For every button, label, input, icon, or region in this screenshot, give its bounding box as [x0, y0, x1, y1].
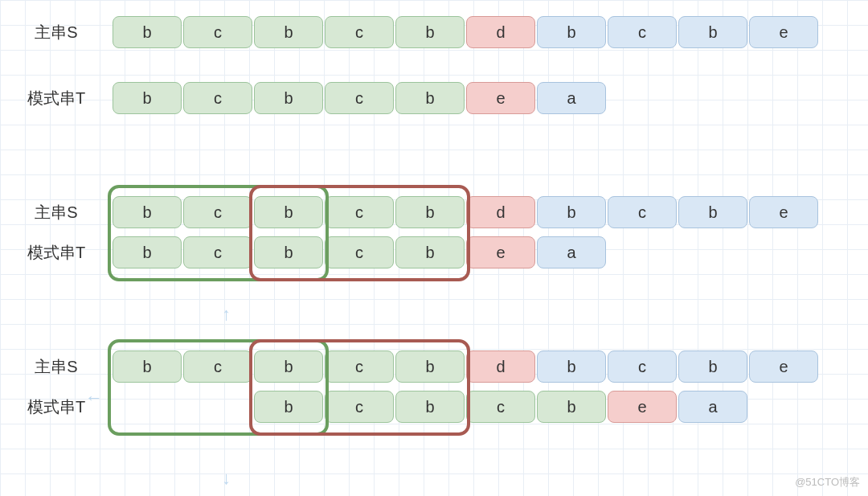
cell: c — [325, 16, 394, 48]
cell: e — [466, 82, 535, 114]
cell: b — [113, 350, 182, 383]
cell: c — [325, 82, 394, 114]
cell: b — [395, 391, 465, 423]
cell: c — [325, 350, 394, 383]
arrow-down-icon: ↓ — [222, 468, 231, 489]
cell: b — [537, 196, 606, 228]
cell: b — [254, 82, 323, 114]
cell: c — [466, 391, 535, 423]
row-s3: 主串S bcbcbdbcbe — [0, 350, 868, 383]
cell: b — [678, 350, 747, 383]
cell: b — [254, 350, 323, 383]
row-s1: 主串S bcbcbdbcbe — [0, 16, 868, 48]
cell: b — [395, 196, 465, 228]
cell: b — [254, 391, 323, 423]
cells-t2: bcbcbea — [113, 236, 606, 268]
cells-t1: bcbcbea — [113, 82, 606, 114]
cell: b — [254, 16, 323, 48]
cell: e — [749, 196, 818, 228]
cells-s1: bcbcbdbcbe — [113, 16, 818, 48]
watermark: @51CTO博客 — [795, 475, 860, 490]
row-t1: 模式串T bcbcbea — [0, 82, 868, 114]
row-t3: 模式串T bcbcbea — [0, 391, 868, 423]
cell: e — [749, 16, 818, 48]
label-main-s: 主串S — [0, 22, 113, 43]
cell: c — [608, 16, 677, 48]
cell: b — [395, 16, 465, 48]
cell: c — [608, 196, 677, 228]
cell: a — [537, 82, 606, 114]
cell: b — [254, 196, 323, 228]
cell: b — [395, 236, 465, 268]
cell: a — [537, 236, 606, 268]
cell: c — [183, 236, 252, 268]
cell: b — [113, 82, 182, 114]
cell: c — [183, 16, 252, 48]
cell: b — [537, 391, 606, 423]
cell: b — [678, 16, 747, 48]
cell: c — [325, 196, 394, 228]
cell: d — [466, 350, 535, 383]
cell: b — [678, 196, 747, 228]
cells-s3: bcbcbdbcbe — [113, 350, 818, 383]
row-s2: 主串S bcbcbdbcbe — [0, 196, 868, 228]
cell: b — [254, 236, 323, 268]
cell: b — [537, 16, 606, 48]
label-main-s: 主串S — [0, 356, 113, 378]
cell: e — [466, 236, 535, 268]
diagram-content: 主串S bcbcbdbcbe 模式串T bcbcbea 主串S bcbcbdbc… — [0, 0, 868, 423]
cell: c — [183, 350, 252, 383]
cell: c — [608, 350, 677, 383]
cell: d — [466, 16, 535, 48]
cell: c — [325, 391, 394, 423]
label-pattern-t: 模式串T — [0, 242, 113, 264]
cells-t3: bcbcbea — [254, 391, 747, 423]
cell: c — [325, 236, 394, 268]
cell: d — [466, 196, 535, 228]
cell: c — [183, 82, 252, 114]
cells-s2: bcbcbdbcbe — [113, 196, 818, 228]
cell: e — [608, 391, 677, 423]
cell: b — [395, 82, 465, 114]
cell: b — [537, 350, 606, 383]
cell: b — [113, 196, 182, 228]
row-t2: 模式串T bcbcbea — [0, 236, 868, 268]
arrow-up-icon: ↑ — [222, 304, 231, 325]
cell: b — [113, 236, 182, 268]
cell: b — [395, 350, 465, 383]
cell: a — [678, 391, 747, 423]
cell: e — [749, 350, 818, 383]
arrow-left-icon: ← — [85, 387, 103, 408]
cell: b — [113, 16, 182, 48]
label-main-s: 主串S — [0, 202, 113, 223]
label-pattern-t: 模式串T — [0, 88, 113, 109]
cell: c — [183, 196, 252, 228]
